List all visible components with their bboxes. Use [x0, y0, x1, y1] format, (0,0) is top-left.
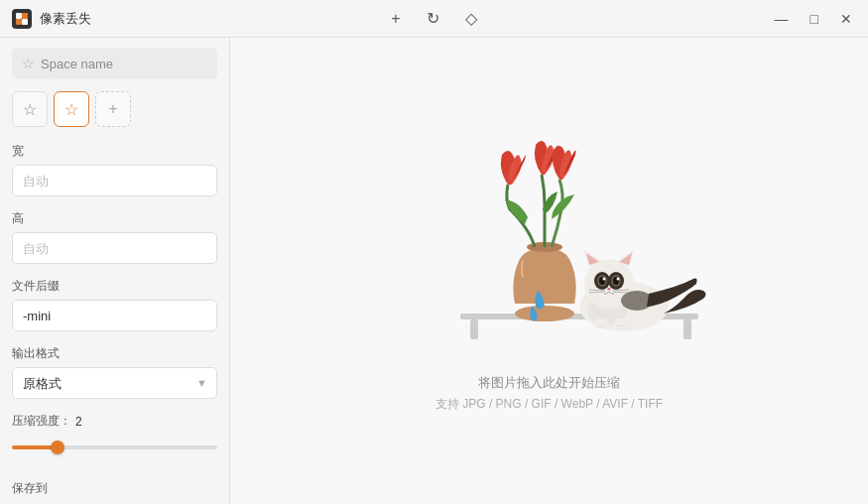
refresh-button[interactable]: ↻ [423, 5, 443, 32]
width-label: 宽 [12, 143, 217, 160]
svg-point-18 [602, 277, 605, 280]
height-input[interactable] [12, 232, 217, 264]
diamond-button[interactable]: ◇ [461, 5, 481, 32]
drop-formats: 支持 JPG / PNG / GIF / WebP / AVIF / TIFF [435, 396, 663, 413]
content-area[interactable]: 将图片拖入此处开始压缩 支持 JPG / PNG / GIF / WebP / … [230, 38, 868, 504]
app-title: 像素丢失 [40, 10, 91, 28]
space-name-label: Space name [41, 57, 113, 71]
svg-rect-3 [22, 19, 28, 25]
tab-2-icon: ☆ [64, 100, 78, 119]
space-name-button[interactable]: ☆ Space name [12, 48, 217, 79]
sidebar: ☆ Space name ☆ ☆ + 宽 高 文件后缀 [0, 38, 230, 504]
space-name-star-icon: ☆ [22, 56, 35, 71]
width-group: 宽 [12, 143, 217, 196]
diamond-icon: ◇ [465, 9, 477, 28]
app-icon [12, 9, 32, 29]
save-to-group: 保存到 原目录 自定义 [12, 480, 217, 504]
width-input[interactable] [12, 165, 217, 196]
svg-rect-25 [614, 318, 628, 328]
format-group: 输出格式 原格式 JPG PNG GIF WebP AVIF TIFF ▼ [12, 345, 217, 399]
tabs-row: ☆ ☆ + [12, 91, 217, 127]
compression-slider[interactable] [12, 445, 217, 449]
suffix-label: 文件后缀 [12, 278, 217, 295]
maximize-button[interactable]: □ [806, 12, 822, 26]
tab-2[interactable]: ☆ [54, 91, 89, 127]
drop-zone[interactable]: 将图片拖入此处开始压缩 支持 JPG / PNG / GIF / WebP / … [230, 38, 868, 504]
height-label: 高 [12, 210, 217, 227]
add-tab-button[interactable]: + [387, 6, 404, 32]
compression-group: 压缩强度： 2 [12, 413, 217, 466]
svg-rect-2 [16, 19, 22, 25]
svg-point-26 [621, 291, 653, 311]
svg-rect-1 [22, 13, 28, 19]
suffix-input[interactable] [12, 300, 217, 331]
tab-1[interactable]: ☆ [12, 91, 48, 127]
compression-value: 2 [75, 415, 82, 429]
svg-rect-6 [683, 319, 691, 339]
format-select-wrap: 原格式 JPG PNG GIF WebP AVIF TIFF ▼ [12, 367, 217, 399]
svg-rect-5 [470, 319, 478, 339]
plus-icon: + [391, 10, 400, 28]
svg-point-7 [515, 306, 574, 321]
compression-label-text: 压缩强度： [12, 413, 71, 430]
compression-slider-container [12, 438, 217, 452]
svg-rect-24 [594, 318, 608, 328]
svg-point-19 [616, 277, 619, 280]
refresh-icon: ↻ [427, 9, 439, 28]
height-group: 高 [12, 210, 217, 264]
format-label: 输出格式 [12, 345, 217, 362]
tab-add[interactable]: + [95, 91, 131, 127]
format-select[interactable]: 原格式 JPG PNG GIF WebP AVIF TIFF [12, 367, 217, 399]
titlebar-actions: + ↻ ◇ [387, 5, 480, 32]
window-controls: — □ ✕ [771, 12, 856, 26]
tab-1-icon: ☆ [23, 100, 37, 119]
save-to-label: 保存到 [12, 480, 217, 497]
compression-label-row: 压缩强度： 2 [12, 413, 217, 430]
minimize-button[interactable]: — [771, 12, 793, 26]
illustration [391, 130, 708, 358]
titlebar: 像素丢失 + ↻ ◇ — □ ✕ [0, 0, 868, 38]
svg-rect-0 [16, 13, 22, 19]
suffix-group: 文件后缀 [12, 278, 217, 331]
close-button[interactable]: ✕ [836, 12, 856, 26]
main-layout: ☆ Space name ☆ ☆ + 宽 高 文件后缀 [0, 38, 868, 504]
tab-add-icon: + [108, 100, 117, 118]
drop-hint: 将图片拖入此处开始压缩 [478, 374, 620, 392]
